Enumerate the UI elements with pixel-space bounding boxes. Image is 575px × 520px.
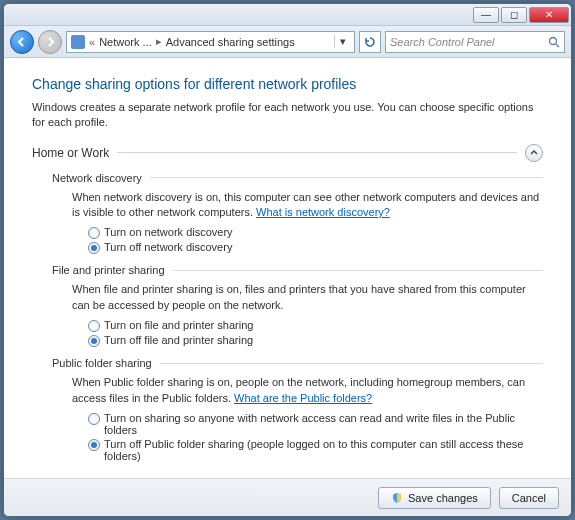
breadcrumb-part2[interactable]: Advanced sharing settings: [166, 36, 295, 48]
refresh-icon: [364, 36, 376, 48]
radio-label: Turn on sharing so anyone with network a…: [104, 412, 543, 436]
radio-publicfolder-off[interactable]: Turn off Public folder sharing (people l…: [88, 438, 543, 462]
footer: Save changes Cancel: [4, 478, 571, 516]
radio-discovery-on[interactable]: Turn on network discovery: [88, 226, 543, 239]
section-title: Network discovery: [52, 172, 142, 184]
location-icon: [71, 35, 85, 49]
control-panel-window: — ◻ ✕ « Network ... ▸ Advanced sharing s…: [3, 3, 572, 517]
radio-discovery-off[interactable]: Turn off network discovery: [88, 241, 543, 254]
profile-label: Home or Work: [32, 146, 109, 160]
section-title: File and printer sharing: [52, 264, 165, 276]
breadcrumb-part1[interactable]: Network ...: [99, 36, 152, 48]
search-box[interactable]: Search Control Panel: [385, 31, 565, 53]
address-bar[interactable]: « Network ... ▸ Advanced sharing setting…: [66, 31, 355, 53]
navbar: « Network ... ▸ Advanced sharing setting…: [4, 26, 571, 58]
section-body-fileprint: When file and printer sharing is on, fil…: [72, 282, 543, 313]
section-body-discovery: When network discovery is on, this compu…: [72, 190, 543, 221]
search-icon: [548, 36, 560, 48]
back-button[interactable]: [10, 30, 34, 54]
collapse-button[interactable]: [525, 144, 543, 162]
link-what-are-public-folders[interactable]: What are the Public folders?: [234, 392, 372, 404]
radio-label: Turn off file and printer sharing: [104, 334, 253, 346]
radio-icon: [88, 227, 100, 239]
radio-publicfolder-on[interactable]: Turn on sharing so anyone with network a…: [88, 412, 543, 436]
profile-header: Home or Work: [32, 144, 543, 162]
radio-icon: [88, 242, 100, 254]
maximize-button[interactable]: ◻: [501, 7, 527, 23]
arrow-right-icon: [44, 36, 56, 48]
radio-fileprint-off[interactable]: Turn off file and printer sharing: [88, 334, 543, 347]
radio-fileprint-on[interactable]: Turn on file and printer sharing: [88, 319, 543, 332]
divider: [173, 270, 543, 271]
button-label: Save changes: [408, 492, 478, 504]
link-what-is-network-discovery[interactable]: What is network discovery?: [256, 206, 390, 218]
cancel-button[interactable]: Cancel: [499, 487, 559, 509]
section-header-discovery: Network discovery: [52, 172, 543, 184]
radio-icon: [88, 320, 100, 332]
close-button[interactable]: ✕: [529, 7, 569, 23]
section-header-fileprint: File and printer sharing: [52, 264, 543, 276]
breadcrumb-sep: «: [89, 36, 95, 48]
refresh-button[interactable]: [359, 31, 381, 53]
button-label: Cancel: [512, 492, 546, 504]
radio-label: Turn on network discovery: [104, 226, 233, 238]
page-title: Change sharing options for different net…: [32, 76, 543, 92]
section-title: Public folder sharing: [52, 357, 152, 369]
content-area: Change sharing options for different net…: [4, 58, 571, 478]
titlebar: — ◻ ✕: [4, 4, 571, 26]
svg-line-1: [556, 44, 559, 47]
radio-icon: [88, 335, 100, 347]
radio-icon: [88, 439, 100, 451]
shield-icon: [391, 492, 403, 504]
section-body-publicfolder: When Public folder sharing is on, people…: [72, 375, 543, 406]
search-placeholder: Search Control Panel: [390, 36, 495, 48]
minimize-button[interactable]: —: [473, 7, 499, 23]
radio-group-fileprint: Turn on file and printer sharing Turn of…: [88, 319, 543, 347]
divider: [117, 152, 517, 153]
radio-group-publicfolder: Turn on sharing so anyone with network a…: [88, 412, 543, 462]
section-header-publicfolder: Public folder sharing: [52, 357, 543, 369]
radio-label: Turn on file and printer sharing: [104, 319, 253, 331]
arrow-left-icon: [16, 36, 28, 48]
page-description: Windows creates a separate network profi…: [32, 100, 543, 130]
radio-label: Turn off network discovery: [104, 241, 232, 253]
divider: [160, 363, 543, 364]
radio-icon: [88, 413, 100, 425]
chevron-up-icon: [530, 149, 538, 157]
divider: [150, 177, 543, 178]
breadcrumb-chevron-icon[interactable]: ▸: [156, 35, 162, 48]
forward-button: [38, 30, 62, 54]
svg-point-0: [550, 37, 557, 44]
address-dropdown[interactable]: ▾: [334, 35, 350, 48]
radio-group-discovery: Turn on network discovery Turn off netwo…: [88, 226, 543, 254]
save-changes-button[interactable]: Save changes: [378, 487, 491, 509]
radio-label: Turn off Public folder sharing (people l…: [104, 438, 543, 462]
section-text: When file and printer sharing is on, fil…: [72, 283, 526, 310]
